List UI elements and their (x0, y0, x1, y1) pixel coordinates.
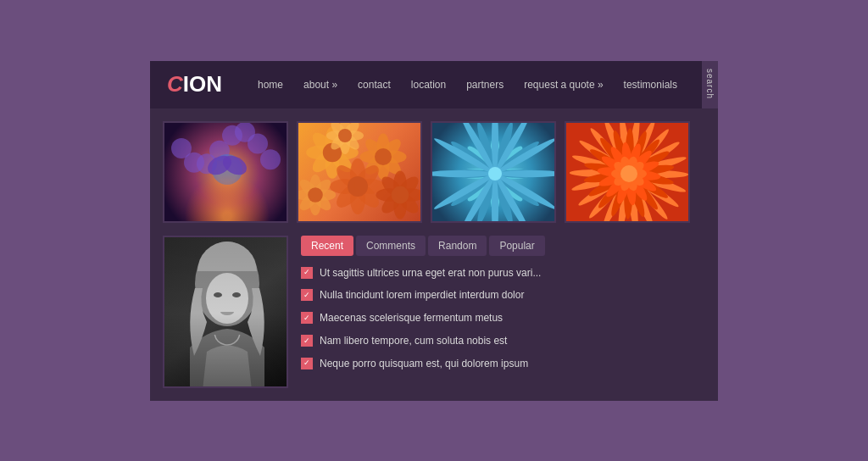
list-icon (301, 358, 313, 369)
nav-partners[interactable]: partners (456, 79, 514, 91)
list-item-text: Ut sagittis ultrices urna eget erat non … (320, 266, 541, 280)
outer-wrapper: C ION home about » contact location part… (0, 0, 868, 461)
list-item[interactable]: Nulla tincidunt lorem imperdiet interdum… (301, 288, 705, 303)
list-icon (301, 289, 313, 301)
image-canvas-4 (566, 123, 690, 223)
bottom-row: Recent Comments Random Popular Ut sagitt… (163, 236, 705, 388)
tab-recent[interactable]: Recent (301, 236, 353, 256)
image-canvas-1 (164, 123, 288, 223)
list-icon (301, 312, 313, 324)
search-tab[interactable]: search (702, 61, 718, 108)
list-item[interactable]: Nam libero tempore, cum soluta nobis est (301, 334, 705, 348)
image-canvas-3 (432, 123, 556, 223)
logo[interactable]: C ION (167, 71, 222, 97)
list-item-text: Nam libero tempore, cum soluta nobis est (320, 334, 507, 348)
nav-about[interactable]: about » (293, 79, 348, 91)
site-header: C ION home about » contact location part… (150, 61, 718, 108)
nav-home[interactable]: home (248, 79, 293, 91)
recent-list: Ut sagittis ultrices urna eget erat non … (301, 266, 705, 371)
list-item[interactable]: Maecenas scelerisque fermentum metus (301, 311, 705, 325)
logo-ion: ION (183, 71, 222, 97)
list-item-text: Neque porro quisquam est, qui dolorem ip… (320, 357, 528, 371)
image-thumb-1[interactable] (163, 121, 288, 223)
tab-popular[interactable]: Popular (489, 236, 544, 256)
list-item-text: Maecenas scelerisque fermentum metus (320, 311, 503, 325)
image-thumb-3[interactable] (431, 121, 556, 223)
list-item[interactable]: Neque porro quisquam est, qui dolorem ip… (301, 357, 705, 371)
list-item-text: Nulla tincidunt lorem imperdiet interdum… (320, 288, 524, 303)
tab-comments[interactable]: Comments (356, 236, 426, 256)
nav-location[interactable]: location (401, 79, 456, 91)
image-grid (163, 121, 705, 223)
list-icon (301, 335, 313, 347)
list-icon (301, 267, 313, 279)
list-item[interactable]: Ut sagittis ultrices urna eget erat non … (301, 266, 705, 280)
image-thumb-2[interactable] (297, 121, 422, 223)
portrait-image[interactable] (163, 236, 288, 388)
logo-c: C (167, 71, 183, 97)
tab-bar: Recent Comments Random Popular (301, 236, 705, 256)
nav-testimonials[interactable]: testimonials (614, 79, 687, 91)
image-canvas-2 (298, 123, 422, 223)
portrait-canvas (164, 237, 288, 388)
main-content: Recent Comments Random Popular Ut sagitt… (150, 108, 718, 401)
main-nav: home about » contact location partners r… (248, 79, 701, 91)
nav-request-quote[interactable]: request a quote » (514, 79, 613, 91)
site-container: C ION home about » contact location part… (150, 61, 718, 401)
tab-random[interactable]: Random (428, 236, 487, 256)
nav-contact[interactable]: contact (348, 79, 401, 91)
content-panel: Recent Comments Random Popular Ut sagitt… (301, 236, 705, 388)
image-thumb-4[interactable] (565, 121, 690, 223)
